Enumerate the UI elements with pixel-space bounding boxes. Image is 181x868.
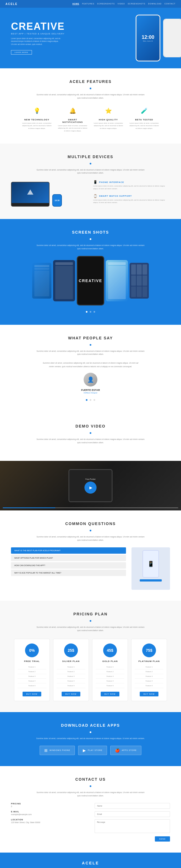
windows-phone-button[interactable]: ⊞ WINDOWS PHONE — [40, 746, 75, 755]
screenshot-left — [53, 260, 75, 301]
pricing-price-free: 0% — [29, 648, 35, 652]
screenshots-dot-1[interactable] — [86, 311, 87, 313]
youtube-logo: YouTube — [85, 478, 96, 480]
screenshot-center-text: CREATIVE — [78, 257, 103, 305]
device-watch: 10:30 — [52, 194, 62, 207]
pricing-circle-platinum: 75$ — [142, 644, 156, 657]
download-title: DOWNLOAD ACELE APPS — [11, 723, 170, 727]
features-dot — [90, 88, 91, 89]
quality-icon: ⭐ — [103, 105, 114, 116]
play-store-icon: ▶ — [83, 748, 86, 752]
device-feature-desc-1: Lorem ipsum dolor sit amet, consectetur … — [93, 185, 170, 190]
nav-home[interactable]: HOME — [72, 3, 79, 5]
feature-item-3: ⭐ HIGH QUALITY Lorem ipsum dolor sit ame… — [93, 105, 123, 132]
testimonial-dot-1[interactable] — [86, 399, 87, 401]
pricing-plan-free: FREE TRIAL — [17, 660, 46, 662]
hero-cta-button[interactable]: LEARN MORE — [11, 50, 32, 55]
app-store-button[interactable]: 🍎 APPS STORE — [110, 746, 141, 755]
pricing-features-silver: Feature 1 Feature 2 Feature 3 Feature 4 … — [57, 665, 85, 688]
device-feature-title-1: 📱 PHONE INTERFACE — [93, 180, 170, 184]
buy-gold-button[interactable]: BUY NOW — [101, 692, 119, 696]
nav-download[interactable]: DOWNLOAD — [148, 3, 161, 5]
nav-video[interactable]: VIDEO — [117, 3, 125, 5]
contact-pricing-value: 5 — [11, 805, 86, 807]
devices-desc: Sunrime dolor sit amet, consectetur adip… — [35, 168, 146, 175]
testimonials-dot — [90, 344, 91, 346]
svg-marker-0 — [27, 189, 34, 195]
device-feature-title-2: ⌚ SMART WATCH SUPPORT — [93, 194, 170, 198]
buy-platinum-button[interactable]: BUY NOW — [140, 692, 158, 696]
nav-contact[interactable]: CONTACT — [165, 3, 176, 5]
pricing-dot — [90, 620, 91, 622]
devices-dot — [90, 163, 91, 164]
pricing-features-free: Feature 1 Feature 2 Feature 3 Feature 4 … — [17, 665, 46, 688]
video-dot — [90, 432, 91, 434]
nav-screenshots2[interactable]: SCREENSHOTS — [128, 3, 145, 5]
testimonials-desc: Sunrime dolor sit amet, consectetur adip… — [35, 349, 146, 356]
faq-item-4[interactable]: WHY IS ACE POPULAR TO THE MARKET ALL TIM… — [11, 570, 126, 576]
play-button[interactable] — [84, 482, 97, 494]
feature-title-1: NEW TECHNOLOGY — [22, 119, 52, 121]
footer: ACELE Sunrime dolor sit amet, consectetu… — [0, 852, 181, 868]
testimonial-dot-3[interactable] — [94, 399, 95, 401]
form-name-row — [95, 803, 170, 809]
nav-links: HOME FEATURES SCREENSHOTS VIDEO SCREENSH… — [72, 3, 176, 5]
pricing-section: PRICING PLAN Sunrime dolor sit amet, con… — [0, 601, 181, 712]
pricing-features-gold: Feature 1 Feature 2 Feature 3 Feature 4 … — [96, 665, 124, 688]
contact-desc: Sunrime dolor sit amet, consectetur adip… — [35, 791, 146, 798]
testimonial-quote: Sunrime dolor sit amet, consectetur adip… — [41, 362, 140, 368]
screenshots-dot-3[interactable] — [94, 311, 95, 313]
nav-features[interactable]: FEATURES — [82, 3, 94, 5]
features-section: ACELE FEATURES Sunrime dolor sit amet, c… — [0, 68, 181, 144]
pricing-circle-free: 0% — [25, 644, 39, 657]
pricing-plan-platinum: PLATINUM PLAN — [135, 660, 164, 662]
faq-desc: Sunrime dolor sit amet, consectetur adip… — [35, 535, 146, 542]
pricing-features-platinum: Feature 1 Feature 2 Feature 3 Feature 4 … — [135, 665, 164, 688]
play-store-button[interactable]: ▶ PLAY STORE — [78, 746, 107, 755]
phone-interface-icon: 📱 — [93, 180, 98, 184]
pricing-plan-gold: GOLD PLAN — [96, 660, 124, 662]
contact-dot — [90, 785, 91, 787]
screenshot-right — [106, 260, 128, 301]
screenshot-center: CREATIVE — [77, 256, 104, 306]
pricing-price-platinum: 75$ — [146, 648, 152, 652]
hero-description: Lorem ipsum dolor sit amet, consectetur … — [11, 37, 61, 46]
contact-section: CONTACT US Sunrime dolor sit amet, conse… — [0, 766, 181, 853]
name-input[interactable] — [95, 803, 170, 809]
devices-grid: 10:30 📱 PHONE INTERFACE Lorem ipsum dolo… — [11, 180, 170, 208]
screenshots-desc: Sunrime dolor sit amet, consectetur adip… — [35, 244, 146, 250]
buy-silver-button[interactable]: BUY NOW — [62, 692, 80, 696]
screenshots-carousel: CREATIVE — [11, 256, 170, 306]
testimonials-dots — [11, 397, 170, 402]
navigation: ACELE HOME FEATURES SCREENSHOTS VIDEO SC… — [0, 0, 181, 8]
email-input[interactable] — [95, 811, 170, 817]
contact-email-label: E-MAIL — [11, 811, 86, 813]
pricing-card-platinum: 75$ PLATINUM PLAN Feature 1 Feature 2 Fe… — [131, 639, 167, 701]
screenshots-dots — [11, 309, 170, 314]
screenshots-dot-2[interactable] — [90, 311, 91, 313]
send-button[interactable]: SEND — [155, 836, 170, 842]
testimonials-title: WHAT PEOPLE SAY — [11, 336, 170, 340]
device-laptop — [11, 182, 49, 207]
contact-form: SEND — [95, 803, 170, 842]
windows-icon: ⊞ — [44, 748, 48, 752]
pricing-card-silver: 25$ SILVER PLAN Feature 1 Feature 2 Feat… — [53, 639, 89, 701]
message-input[interactable] — [95, 819, 170, 833]
contact-email: E-MAIL example@example.com — [11, 811, 86, 815]
feature-title-3: HIGH QUALITY — [93, 119, 123, 121]
devices-title: MULTIPLE DEVICES — [11, 155, 170, 159]
video-progress-fill — [3, 507, 55, 508]
contact-location: LOCATION 123 Main Street, City, State 00… — [11, 819, 86, 824]
pricing-grid: 0% FREE TRIAL Feature 1 Feature 2 Featur… — [11, 639, 170, 701]
features-desc: Sunrime dolor sit amet, consectetur adip… — [35, 93, 146, 100]
play-store-label: PLAY STORE — [88, 749, 102, 751]
faq-item-3[interactable]: HOW CAN DOWNLOAD THE APP? — [11, 562, 126, 568]
buy-free-button[interactable]: BUY NOW — [23, 692, 41, 696]
screenshot-far-right — [130, 263, 149, 299]
faq-item-2[interactable]: WHAT OPTIONS PLAN FOR WHICH PLAN? — [11, 555, 126, 561]
faq-image: 📱 — [132, 547, 170, 590]
nav-screenshots[interactable]: SCREENSHOTS — [97, 3, 115, 5]
faq-item-1[interactable]: WHAT IS THE BEST PLAN FOR ACELE PROGRAM? — [11, 547, 126, 554]
contact-info: PRICING 5 E-MAIL example@example.com LOC… — [11, 803, 86, 842]
testimonial-dot-2[interactable] — [90, 399, 91, 401]
